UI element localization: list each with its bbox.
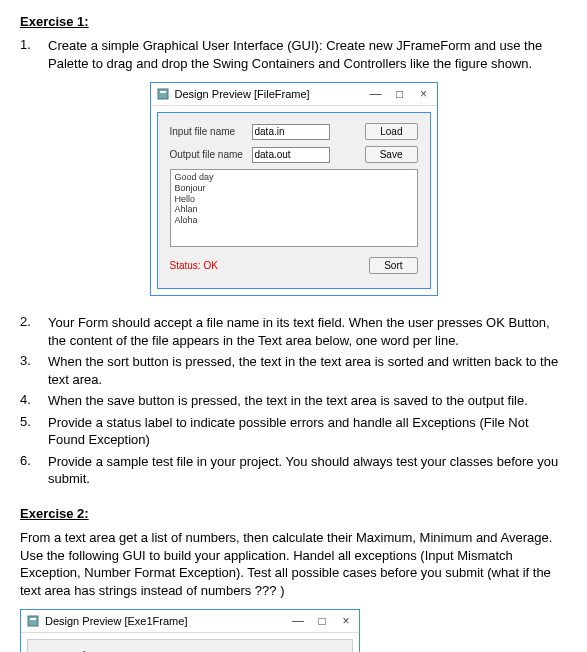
- list-num: 5.: [20, 414, 48, 429]
- exe1-frame-window: Design Preview [Exe1Frame] — □ × numbers…: [20, 609, 360, 652]
- list-num: 3.: [20, 353, 48, 368]
- close-icon[interactable]: ×: [417, 87, 431, 101]
- titlebar: Design Preview [FileFrame] — □ ×: [151, 83, 437, 106]
- list-item: Provide a sample test file in your proje…: [48, 453, 567, 488]
- svg-rect-3: [30, 618, 36, 620]
- window-title: Design Preview [FileFrame]: [175, 88, 369, 100]
- exercise2-paragraph: From a text area get a list of numbers, …: [20, 529, 567, 599]
- svg-rect-1: [160, 91, 166, 93]
- list-item: Create a simple Graphical User Interface…: [48, 37, 567, 72]
- status-label: Status: OK: [170, 260, 218, 271]
- app-icon: [157, 88, 169, 100]
- close-icon[interactable]: ×: [339, 614, 353, 628]
- input-file-field[interactable]: [252, 124, 330, 140]
- exercise1-heading: Exercise 1:: [20, 14, 567, 29]
- output-file-field[interactable]: [252, 147, 330, 163]
- list-num: 6.: [20, 453, 48, 468]
- svg-rect-0: [158, 89, 168, 99]
- exercise2-heading: Exercise 2:: [20, 506, 567, 521]
- file-frame-window: Design Preview [FileFrame] — □ × Input f…: [150, 82, 438, 296]
- list-num: 1.: [20, 37, 48, 52]
- list-num: 2.: [20, 314, 48, 329]
- minimize-icon[interactable]: —: [369, 87, 383, 101]
- input-file-label: Input file name: [170, 126, 252, 137]
- list-item: When the sort button is pressed, the tex…: [48, 353, 567, 388]
- load-button[interactable]: Load: [365, 123, 417, 140]
- list-item: When the save button is pressed, the tex…: [48, 392, 567, 410]
- list-num: 4.: [20, 392, 48, 407]
- list-item: Provide a status label to indicate possi…: [48, 414, 567, 449]
- maximize-icon[interactable]: □: [315, 614, 329, 628]
- maximize-icon[interactable]: □: [393, 87, 407, 101]
- svg-rect-2: [28, 616, 38, 626]
- list-item: Your Form should accept a file name in i…: [48, 314, 567, 349]
- titlebar: Design Preview [Exe1Frame] — □ ×: [21, 610, 359, 633]
- window-title: Design Preview [Exe1Frame]: [45, 615, 291, 627]
- content-textarea[interactable]: Good day Bonjour Hello Ahlan Aloha: [170, 169, 418, 247]
- app-icon: [27, 615, 39, 627]
- sort-button[interactable]: Sort: [369, 257, 417, 274]
- output-file-label: Output file name: [170, 149, 252, 160]
- save-button[interactable]: Save: [365, 146, 418, 163]
- minimize-icon[interactable]: —: [291, 614, 305, 628]
